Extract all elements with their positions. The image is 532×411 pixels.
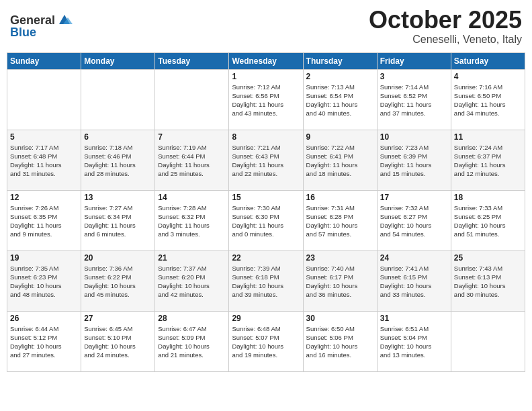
calendar-cell: 23Sunrise: 7:40 AM Sunset: 6:17 PM Dayli… bbox=[303, 250, 377, 311]
day-info: Sunrise: 6:45 AM Sunset: 5:10 PM Dayligh… bbox=[84, 324, 152, 360]
day-info: Sunrise: 7:21 AM Sunset: 6:43 PM Dayligh… bbox=[232, 143, 300, 179]
day-info: Sunrise: 7:26 AM Sunset: 6:35 PM Dayligh… bbox=[10, 203, 78, 239]
calendar-cell: 31Sunrise: 6:51 AM Sunset: 5:04 PM Dayli… bbox=[377, 311, 451, 371]
calendar-cell: 21Sunrise: 7:37 AM Sunset: 6:20 PM Dayli… bbox=[155, 250, 229, 311]
month-title: October 2025 bbox=[369, 7, 522, 34]
calendar-cell bbox=[7, 69, 81, 130]
calendar-cell bbox=[81, 69, 155, 130]
day-number: 2 bbox=[306, 72, 374, 81]
day-number: 4 bbox=[454, 72, 522, 81]
day-number: 15 bbox=[232, 193, 300, 202]
calendar-cell: 15Sunrise: 7:30 AM Sunset: 6:30 PM Dayli… bbox=[229, 190, 303, 250]
location-title: Ceneselli, Veneto, Italy bbox=[369, 34, 522, 46]
calendar-cell: 24Sunrise: 7:41 AM Sunset: 6:15 PM Dayli… bbox=[377, 250, 451, 311]
day-number: 26 bbox=[10, 314, 78, 323]
day-info: Sunrise: 7:36 AM Sunset: 6:22 PM Dayligh… bbox=[84, 264, 152, 300]
day-info: Sunrise: 7:41 AM Sunset: 6:15 PM Dayligh… bbox=[380, 264, 448, 300]
header-row: SundayMondayTuesdayWednesdayThursdayFrid… bbox=[7, 52, 525, 69]
day-number: 24 bbox=[380, 253, 448, 263]
day-number: 30 bbox=[306, 314, 374, 323]
day-info: Sunrise: 7:27 AM Sunset: 6:34 PM Dayligh… bbox=[84, 203, 152, 239]
header-day-sunday: Sunday bbox=[7, 52, 81, 69]
calendar-cell: 30Sunrise: 6:50 AM Sunset: 5:06 PM Dayli… bbox=[303, 311, 377, 371]
day-number: 28 bbox=[158, 314, 226, 323]
day-info: Sunrise: 7:35 AM Sunset: 6:23 PM Dayligh… bbox=[10, 264, 78, 300]
day-info: Sunrise: 7:43 AM Sunset: 6:13 PM Dayligh… bbox=[454, 264, 522, 300]
calendar-cell: 7Sunrise: 7:19 AM Sunset: 6:44 PM Daylig… bbox=[155, 130, 229, 190]
day-info: Sunrise: 7:40 AM Sunset: 6:17 PM Dayligh… bbox=[306, 264, 374, 300]
calendar-cell: 1Sunrise: 7:12 AM Sunset: 6:56 PM Daylig… bbox=[229, 69, 303, 130]
calendar-week-1: 1Sunrise: 7:12 AM Sunset: 6:56 PM Daylig… bbox=[7, 69, 525, 130]
calendar-cell: 17Sunrise: 7:32 AM Sunset: 6:27 PM Dayli… bbox=[377, 190, 451, 250]
calendar-cell: 13Sunrise: 7:27 AM Sunset: 6:34 PM Dayli… bbox=[81, 190, 155, 250]
calendar-week-5: 26Sunrise: 6:44 AM Sunset: 5:12 PM Dayli… bbox=[7, 311, 525, 371]
header-day-saturday: Saturday bbox=[451, 52, 525, 69]
calendar-cell: 4Sunrise: 7:16 AM Sunset: 6:50 PM Daylig… bbox=[451, 69, 525, 130]
calendar-cell: 12Sunrise: 7:26 AM Sunset: 6:35 PM Dayli… bbox=[7, 190, 81, 250]
page-header: General Blue October 2025 Ceneselli, Ven… bbox=[7, 7, 525, 46]
day-number: 3 bbox=[380, 72, 448, 81]
header-day-tuesday: Tuesday bbox=[155, 52, 229, 69]
day-info: Sunrise: 7:30 AM Sunset: 6:30 PM Dayligh… bbox=[232, 203, 300, 239]
calendar-cell: 25Sunrise: 7:43 AM Sunset: 6:13 PM Dayli… bbox=[451, 250, 525, 311]
calendar-cell: 18Sunrise: 7:33 AM Sunset: 6:25 PM Dayli… bbox=[451, 190, 525, 250]
day-number: 12 bbox=[10, 193, 78, 202]
calendar-table: SundayMondayTuesdayWednesdayThursdayFrid… bbox=[7, 52, 525, 372]
day-info: Sunrise: 7:22 AM Sunset: 6:41 PM Dayligh… bbox=[306, 143, 374, 179]
day-number: 19 bbox=[10, 253, 78, 263]
day-info: Sunrise: 7:39 AM Sunset: 6:18 PM Dayligh… bbox=[232, 264, 300, 300]
calendar-cell: 11Sunrise: 7:24 AM Sunset: 6:37 PM Dayli… bbox=[451, 130, 525, 190]
day-info: Sunrise: 6:51 AM Sunset: 5:04 PM Dayligh… bbox=[380, 324, 448, 360]
day-info: Sunrise: 7:33 AM Sunset: 6:25 PM Dayligh… bbox=[454, 203, 522, 239]
day-number: 27 bbox=[84, 314, 152, 323]
day-info: Sunrise: 7:37 AM Sunset: 6:20 PM Dayligh… bbox=[158, 264, 226, 300]
day-info: Sunrise: 6:47 AM Sunset: 5:09 PM Dayligh… bbox=[158, 324, 226, 360]
day-number: 16 bbox=[306, 193, 374, 202]
day-number: 25 bbox=[454, 253, 522, 263]
day-info: Sunrise: 7:28 AM Sunset: 6:32 PM Dayligh… bbox=[158, 203, 226, 239]
day-number: 20 bbox=[84, 253, 152, 263]
day-number: 9 bbox=[306, 132, 374, 142]
day-info: Sunrise: 7:24 AM Sunset: 6:37 PM Dayligh… bbox=[454, 143, 522, 179]
day-info: Sunrise: 7:23 AM Sunset: 6:39 PM Dayligh… bbox=[380, 143, 448, 179]
day-number: 14 bbox=[158, 193, 226, 202]
calendar-cell: 29Sunrise: 6:48 AM Sunset: 5:07 PM Dayli… bbox=[229, 311, 303, 371]
calendar-week-2: 5Sunrise: 7:17 AM Sunset: 6:48 PM Daylig… bbox=[7, 130, 525, 190]
header-day-wednesday: Wednesday bbox=[229, 52, 303, 69]
day-number: 29 bbox=[232, 314, 300, 323]
day-number: 11 bbox=[454, 132, 522, 142]
header-day-thursday: Thursday bbox=[303, 52, 377, 69]
day-number: 23 bbox=[306, 253, 374, 263]
calendar-cell: 5Sunrise: 7:17 AM Sunset: 6:48 PM Daylig… bbox=[7, 130, 81, 190]
day-number: 6 bbox=[84, 132, 152, 142]
calendar-cell: 3Sunrise: 7:14 AM Sunset: 6:52 PM Daylig… bbox=[377, 69, 451, 130]
calendar-cell: 6Sunrise: 7:18 AM Sunset: 6:46 PM Daylig… bbox=[81, 130, 155, 190]
day-number: 8 bbox=[232, 132, 300, 142]
day-info: Sunrise: 7:19 AM Sunset: 6:44 PM Dayligh… bbox=[158, 143, 226, 179]
day-number: 7 bbox=[158, 132, 226, 142]
title-block: October 2025 Ceneselli, Veneto, Italy bbox=[369, 7, 522, 46]
calendar-cell bbox=[451, 311, 525, 371]
day-number: 10 bbox=[380, 132, 448, 142]
logo-blue: Blue bbox=[10, 26, 36, 40]
logo: General Blue bbox=[10, 12, 73, 40]
calendar-cell: 16Sunrise: 7:31 AM Sunset: 6:28 PM Dayli… bbox=[303, 190, 377, 250]
day-info: Sunrise: 7:14 AM Sunset: 6:52 PM Dayligh… bbox=[380, 83, 448, 118]
day-number: 22 bbox=[232, 253, 300, 263]
calendar-cell: 8Sunrise: 7:21 AM Sunset: 6:43 PM Daylig… bbox=[229, 130, 303, 190]
calendar-cell bbox=[155, 69, 229, 130]
day-info: Sunrise: 7:16 AM Sunset: 6:50 PM Dayligh… bbox=[454, 83, 522, 118]
day-info: Sunrise: 6:50 AM Sunset: 5:06 PM Dayligh… bbox=[306, 324, 374, 360]
calendar-week-4: 19Sunrise: 7:35 AM Sunset: 6:23 PM Dayli… bbox=[7, 250, 525, 311]
calendar-cell: 28Sunrise: 6:47 AM Sunset: 5:09 PM Dayli… bbox=[155, 311, 229, 371]
day-number: 13 bbox=[84, 193, 152, 202]
calendar-cell: 27Sunrise: 6:45 AM Sunset: 5:10 PM Dayli… bbox=[81, 311, 155, 371]
calendar-cell: 14Sunrise: 7:28 AM Sunset: 6:32 PM Dayli… bbox=[155, 190, 229, 250]
calendar-cell: 22Sunrise: 7:39 AM Sunset: 6:18 PM Dayli… bbox=[229, 250, 303, 311]
calendar-cell: 26Sunrise: 6:44 AM Sunset: 5:12 PM Dayli… bbox=[7, 311, 81, 371]
calendar-cell: 20Sunrise: 7:36 AM Sunset: 6:22 PM Dayli… bbox=[81, 250, 155, 311]
header-day-monday: Monday bbox=[81, 52, 155, 69]
header-day-friday: Friday bbox=[377, 52, 451, 69]
calendar-week-3: 12Sunrise: 7:26 AM Sunset: 6:35 PM Dayli… bbox=[7, 190, 525, 250]
day-info: Sunrise: 6:48 AM Sunset: 5:07 PM Dayligh… bbox=[232, 324, 300, 360]
